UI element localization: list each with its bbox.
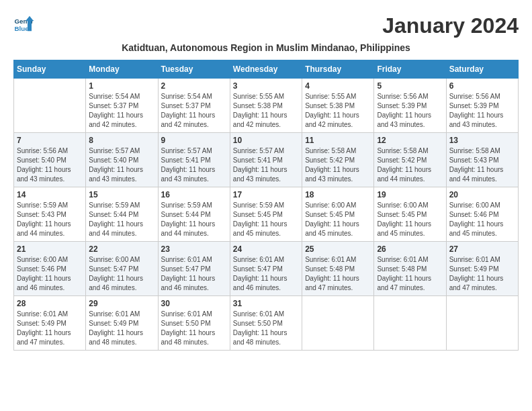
cell-day-number: 1 [89,81,154,91]
table-row: 5Sunrise: 5:56 AMSunset: 5:39 PMDaylight… [374,79,446,133]
month-title-section: January 2024 [382,13,519,38]
cell-day-number: 3 [233,81,299,91]
cell-sun-info: Sunrise: 5:58 AMSunset: 5:43 PMDaylight:… [449,146,515,184]
cell-day-number: 21 [17,244,83,254]
table-row: 6Sunrise: 5:56 AMSunset: 5:39 PMDaylight… [446,79,518,133]
cell-day-number: 7 [17,136,83,145]
table-row: 13Sunrise: 5:58 AMSunset: 5:43 PMDayligh… [446,133,518,187]
cell-sun-info: Sunrise: 5:55 AMSunset: 5:38 PMDaylight:… [233,92,299,130]
location-subtitle: Katidtuan, Autonomous Region in Muslim M… [13,42,519,53]
col-wednesday: Wednesday [230,60,302,79]
col-saturday: Saturday [446,60,518,79]
cell-day-number: 25 [305,244,371,254]
cell-sun-info: Sunrise: 6:01 AMSunset: 5:47 PMDaylight:… [233,255,299,293]
table-row: 1Sunrise: 5:54 AMSunset: 5:37 PMDaylight… [86,79,158,133]
cell-sun-info: Sunrise: 5:57 AMSunset: 5:40 PMDaylight:… [89,146,154,184]
cell-sun-info: Sunrise: 5:54 AMSunset: 5:37 PMDaylight:… [89,92,154,130]
cell-day-number: 26 [377,244,443,254]
cell-sun-info: Sunrise: 5:55 AMSunset: 5:38 PMDaylight:… [305,92,371,130]
cell-day-number: 6 [449,81,515,91]
cell-sun-info: Sunrise: 6:01 AMSunset: 5:49 PMDaylight:… [449,255,515,293]
cell-day-number: 2 [161,81,227,91]
calendar-week-row: 7Sunrise: 5:56 AMSunset: 5:40 PMDaylight… [14,133,519,187]
cell-day-number: 27 [449,244,515,254]
cell-sun-info: Sunrise: 5:58 AMSunset: 5:42 PMDaylight:… [377,146,443,184]
cell-day-number: 19 [377,190,443,199]
cell-sun-info: Sunrise: 5:56 AMSunset: 5:40 PMDaylight:… [17,146,83,184]
cell-day-number: 8 [89,136,154,145]
cell-day-number: 12 [377,136,443,145]
cell-day-number: 4 [305,81,371,91]
cell-sun-info: Sunrise: 5:56 AMSunset: 5:39 PMDaylight:… [377,92,443,130]
cell-sun-info: Sunrise: 6:01 AMSunset: 5:50 PMDaylight:… [233,310,299,347]
col-thursday: Thursday [302,60,374,79]
cell-day-number: 15 [89,190,154,199]
table-row: 9Sunrise: 5:57 AMSunset: 5:41 PMDaylight… [158,133,230,187]
cell-sun-info: Sunrise: 5:57 AMSunset: 5:41 PMDaylight:… [233,146,299,184]
calendar-week-row: 1Sunrise: 5:54 AMSunset: 5:37 PMDaylight… [14,79,519,133]
cell-day-number: 28 [17,299,83,308]
cell-day-number: 9 [161,136,227,145]
col-monday: Monday [86,60,158,79]
cell-day-number: 14 [17,190,83,199]
table-row: 15Sunrise: 5:59 AMSunset: 5:44 PMDayligh… [86,187,158,242]
table-row: 14Sunrise: 5:59 AMSunset: 5:43 PMDayligh… [14,187,86,242]
cell-sun-info: Sunrise: 5:59 AMSunset: 5:45 PMDaylight:… [233,201,299,238]
cell-sun-info: Sunrise: 5:58 AMSunset: 5:42 PMDaylight:… [305,146,371,184]
cell-day-number: 17 [233,190,299,199]
table-row: 11Sunrise: 5:58 AMSunset: 5:42 PMDayligh… [302,133,374,187]
table-row: 3Sunrise: 5:55 AMSunset: 5:38 PMDaylight… [230,79,302,133]
table-row: 25Sunrise: 6:01 AMSunset: 5:48 PMDayligh… [302,242,374,296]
table-row: 20Sunrise: 6:00 AMSunset: 5:46 PMDayligh… [446,187,518,242]
cell-sun-info: Sunrise: 6:01 AMSunset: 5:47 PMDaylight:… [161,255,227,293]
table-row [374,296,446,351]
cell-sun-info: Sunrise: 6:01 AMSunset: 5:49 PMDaylight:… [17,310,83,347]
calendar-table: Sunday Monday Tuesday Wednesday Thursday… [13,60,519,351]
header-row: Sunday Monday Tuesday Wednesday Thursday… [14,60,519,79]
cell-day-number: 5 [377,81,443,91]
table-row [302,296,374,351]
table-row [446,296,518,351]
cell-day-number: 20 [449,190,515,199]
table-row: 17Sunrise: 5:59 AMSunset: 5:45 PMDayligh… [230,187,302,242]
cell-day-number: 22 [89,244,154,254]
cell-sun-info: Sunrise: 6:01 AMSunset: 5:48 PMDaylight:… [305,255,371,293]
cell-day-number: 24 [233,244,299,254]
table-row: 4Sunrise: 5:55 AMSunset: 5:38 PMDaylight… [302,79,374,133]
cell-day-number: 18 [305,190,371,199]
cell-day-number: 16 [161,190,227,199]
table-row: 27Sunrise: 6:01 AMSunset: 5:49 PMDayligh… [446,242,518,296]
calendar-week-row: 28Sunrise: 6:01 AMSunset: 5:49 PMDayligh… [14,296,519,351]
cell-sun-info: Sunrise: 6:01 AMSunset: 5:50 PMDaylight:… [161,310,227,347]
cell-sun-info: Sunrise: 6:01 AMSunset: 5:49 PMDaylight:… [89,310,154,347]
table-row: 24Sunrise: 6:01 AMSunset: 5:47 PMDayligh… [230,242,302,296]
cell-day-number: 23 [161,244,227,254]
col-tuesday: Tuesday [158,60,230,79]
table-row: 19Sunrise: 6:00 AMSunset: 5:45 PMDayligh… [374,187,446,242]
cell-sun-info: Sunrise: 6:01 AMSunset: 5:48 PMDaylight:… [377,255,443,293]
cell-day-number: 30 [161,299,227,308]
cell-day-number: 13 [449,136,515,145]
cell-sun-info: Sunrise: 6:00 AMSunset: 5:46 PMDaylight:… [17,255,83,293]
col-friday: Friday [374,60,446,79]
col-sunday: Sunday [14,60,86,79]
cell-sun-info: Sunrise: 6:00 AMSunset: 5:46 PMDaylight:… [449,201,515,238]
cell-sun-info: Sunrise: 5:59 AMSunset: 5:44 PMDaylight:… [161,201,227,238]
table-row: 8Sunrise: 5:57 AMSunset: 5:40 PMDaylight… [86,133,158,187]
cell-sun-info: Sunrise: 6:00 AMSunset: 5:45 PMDaylight:… [305,201,371,238]
table-row: 28Sunrise: 6:01 AMSunset: 5:49 PMDayligh… [14,296,86,351]
cell-sun-info: Sunrise: 5:59 AMSunset: 5:44 PMDaylight:… [89,201,154,238]
svg-text:Blue: Blue [15,25,30,32]
table-row: 16Sunrise: 5:59 AMSunset: 5:44 PMDayligh… [158,187,230,242]
table-row: 21Sunrise: 6:00 AMSunset: 5:46 PMDayligh… [14,242,86,296]
table-row: 31Sunrise: 6:01 AMSunset: 5:50 PMDayligh… [230,296,302,351]
table-row [14,79,86,133]
table-row: 26Sunrise: 6:01 AMSunset: 5:48 PMDayligh… [374,242,446,296]
cell-day-number: 29 [89,299,154,308]
table-row: 22Sunrise: 6:00 AMSunset: 5:47 PMDayligh… [86,242,158,296]
table-row: 30Sunrise: 6:01 AMSunset: 5:50 PMDayligh… [158,296,230,351]
cell-sun-info: Sunrise: 5:57 AMSunset: 5:41 PMDaylight:… [161,146,227,184]
logo: General Blue [13,13,37,34]
table-row: 29Sunrise: 6:01 AMSunset: 5:49 PMDayligh… [86,296,158,351]
table-row: 2Sunrise: 5:54 AMSunset: 5:37 PMDaylight… [158,79,230,133]
